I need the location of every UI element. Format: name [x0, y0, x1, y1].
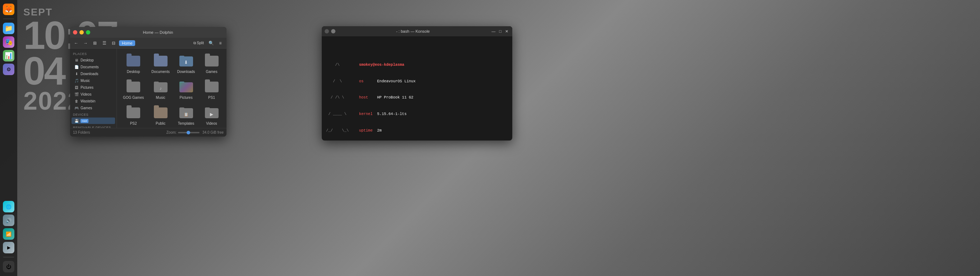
term-host-key: host: [359, 95, 368, 100]
folder-icon-desktop: [126, 54, 141, 69]
konsole-close[interactable]: ✕: [504, 29, 509, 34]
breadcrumb: Home: [119, 40, 190, 46]
dock-icon-arrow[interactable]: ▶: [3, 242, 14, 253]
konsole-content[interactable]: /\ / \ / /\ \ / ____ \ /_/ \_\ smokey@eo…: [322, 36, 512, 141]
sidebar-item-documents-label: Documents: [81, 65, 99, 69]
term-os-val: EndeavourOS Linux: [377, 79, 415, 83]
file-label-desktop: Desktop: [127, 70, 140, 74]
view-compact-button[interactable]: ⊟: [110, 39, 118, 47]
desktop-icon: 🖥: [75, 58, 79, 62]
music-icon: 🎵: [75, 78, 79, 82]
file-item-desktop[interactable]: Desktop: [120, 51, 147, 76]
folder-icon-public: [153, 105, 168, 121]
dock-icon-wifi[interactable]: 📶: [3, 228, 14, 240]
dock-icon-discover[interactable]: 🎭: [3, 36, 14, 48]
sidebar-item-videos[interactable]: 🎬 Videos: [72, 91, 115, 97]
dock-icon-files[interactable]: 📁: [3, 23, 14, 34]
games-icon: 🎮: [75, 106, 79, 110]
file-item-documents[interactable]: Documents: [148, 51, 173, 76]
breadcrumb-home[interactable]: Home: [119, 40, 135, 46]
file-item-ps1[interactable]: PS1: [199, 77, 224, 102]
folder-icon-templates: 📋: [179, 105, 194, 121]
file-item-ps2[interactable]: PS2: [120, 103, 147, 128]
dolphin-statusbar: 13 Folders Zoom: 34.0 GiB free: [70, 128, 226, 136]
sidebar-item-wastebin-label: Wastebin: [81, 99, 95, 103]
sidebar-item-desktop[interactable]: 🖥 Desktop: [72, 57, 115, 63]
sidebar-item-music[interactable]: 🎵 Music: [72, 77, 115, 84]
sidebar-item-documents[interactable]: 📄 Documents: [72, 63, 115, 70]
konsole-dot-1: [325, 29, 329, 33]
close-button[interactable]: [73, 30, 77, 35]
file-label-ps2: PS2: [130, 122, 137, 125]
folder-icon-documents: [153, 54, 168, 69]
dock-icon-volume[interactable]: 🔊: [3, 214, 14, 226]
dolphin-toolbar: ← → ⊞ ☰ ⊟ Home ⧉ Split 🔍 ≡: [70, 38, 226, 49]
sidebar-item-music-label: Music: [81, 79, 90, 82]
split-button[interactable]: ⧉ Split: [192, 40, 206, 46]
split-label: Split: [197, 41, 204, 45]
dock-icon-network[interactable]: 🌐: [3, 201, 14, 213]
dolphin-sidebar: Places 🖥 Desktop 📄 Documents ⬇ Downloads…: [70, 49, 117, 128]
folder-icon-ps1: [204, 79, 219, 95]
sidebar-item-downloads[interactable]: ⬇ Downloads: [72, 70, 115, 77]
konsole-dot-2: [331, 29, 336, 33]
dolphin-titlebar: Home — Dolphin: [70, 27, 226, 38]
zoom-thumb[interactable]: [186, 131, 190, 135]
sidebar-item-root[interactable]: 💾 root: [72, 117, 115, 124]
view-list-button[interactable]: ☰: [100, 39, 108, 47]
term-kernel-key: kernel: [359, 112, 373, 116]
view-icons-button[interactable]: ⊞: [91, 39, 99, 47]
dock-icon-power[interactable]: ⏻: [3, 261, 14, 273]
file-item-videos[interactable]: ▶ Videos: [199, 103, 224, 128]
sidebar-item-games-label: Games: [81, 106, 92, 110]
folder-icon-games: [204, 54, 219, 69]
sidebar-item-games[interactable]: 🎮 Games: [72, 105, 115, 111]
term-user-host: smokey@eos-kdeplasma: [359, 62, 404, 67]
sidebar-item-pictures[interactable]: 🖼 Pictures: [72, 84, 115, 90]
search-button[interactable]: 🔍: [207, 39, 215, 47]
sidebar-item-wastebin[interactable]: 🗑 Wastebin: [72, 98, 115, 104]
devices-label: Devices: [70, 111, 116, 117]
sidebar-item-downloads-label: Downloads: [81, 72, 98, 76]
dolphin-content: Places 🖥 Desktop 📄 Documents ⬇ Downloads…: [70, 49, 226, 128]
file-label-music: Music: [156, 95, 165, 100]
konsole-maximize[interactable]: □: [498, 29, 503, 34]
konsole-window-controls: — □ ✕: [490, 29, 509, 34]
dock-icon-firefox[interactable]: 🦊: [3, 3, 14, 15]
root-icon: 💾: [75, 119, 79, 123]
folder-icon-downloads: ⬇: [179, 54, 194, 69]
file-grid: Desktop Documents ⬇ Downloads: [117, 49, 226, 128]
forward-button[interactable]: →: [82, 39, 89, 47]
folder-icon-gog-games: [126, 79, 141, 95]
file-item-templates[interactable]: 📋 Templates: [174, 103, 198, 128]
term-uptime-val: 2m: [377, 128, 382, 133]
wastebin-icon: 🗑: [75, 99, 79, 103]
root-badge: root: [81, 119, 88, 123]
file-item-music[interactable]: ♪ Music: [148, 77, 173, 102]
dock-icon-system-monitor[interactable]: 📊: [3, 50, 14, 62]
term-host-val: HP ProBook 11 G2: [377, 95, 414, 100]
konsole-minimize[interactable]: —: [490, 29, 496, 34]
minimize-button[interactable]: [80, 30, 84, 35]
file-label-downloads: Downloads: [177, 70, 195, 74]
dolphin-title: Home — Dolphin: [92, 30, 224, 35]
sidebar-item-desktop-label: Desktop: [81, 58, 94, 62]
folders-count: 13 Folders: [73, 130, 90, 135]
zoom-slider[interactable]: [178, 132, 199, 133]
file-item-gog-games[interactable]: GOG Games: [120, 77, 147, 102]
file-item-downloads[interactable]: ⬇ Downloads: [174, 51, 198, 76]
menu-button[interactable]: ≡: [216, 39, 224, 47]
dock-separator-2: [3, 257, 14, 257]
removable-label: Removable Devices: [70, 124, 116, 128]
sidebar-item-pictures-label: Pictures: [81, 86, 94, 89]
file-item-public[interactable]: Public: [148, 103, 173, 128]
split-icon: ⧉: [193, 41, 196, 45]
file-item-pictures[interactable]: Pictures: [174, 77, 198, 102]
file-item-games[interactable]: Games: [199, 51, 224, 76]
maximize-button[interactable]: [86, 30, 90, 35]
konsole-titlebar: - : bash — Konsole — □ ✕: [322, 26, 512, 36]
dolphin-window: Home — Dolphin ← → ⊞ ☰ ⊟ Home ⧉ Split 🔍 …: [70, 27, 226, 136]
folder-icon-videos: ▶: [204, 105, 219, 121]
back-button[interactable]: ←: [72, 39, 80, 47]
dock-icon-plasma[interactable]: ⚙: [3, 63, 14, 75]
